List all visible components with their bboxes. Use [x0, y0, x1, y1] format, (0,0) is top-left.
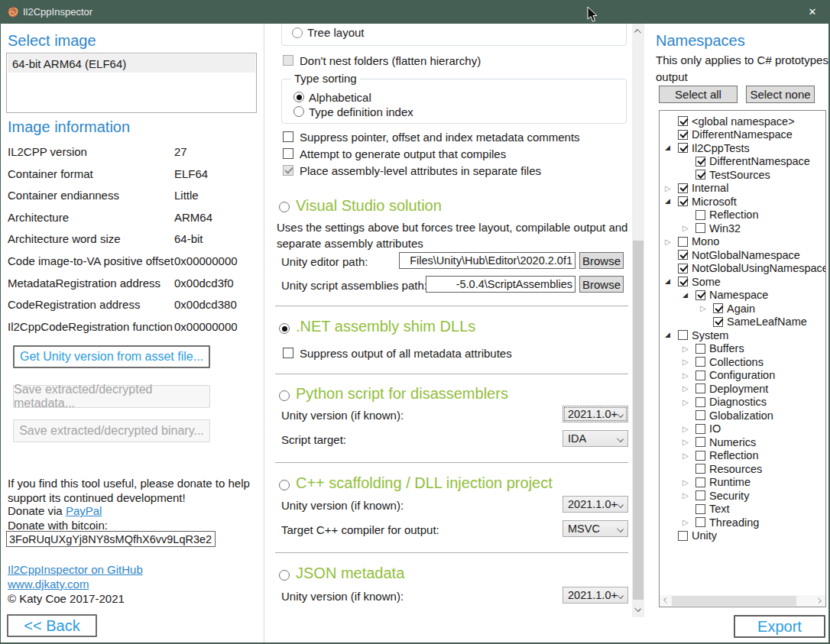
- cpp-unity-version-dropdown[interactable]: 2021.1.0+: [563, 496, 628, 513]
- expand-arrow-icon[interactable]: ▷: [682, 397, 689, 407]
- namespace-checkbox[interactable]: [678, 196, 688, 206]
- python-script-radio[interactable]: [279, 390, 290, 401]
- namespace-label[interactable]: DifferentNamespace: [709, 155, 810, 167]
- namespace-checkbox[interactable]: [678, 277, 688, 286]
- namespace-label[interactable]: Reflection: [709, 449, 758, 461]
- namespace-checkbox[interactable]: [695, 210, 705, 220]
- namespace-label[interactable]: Microsoft: [692, 196, 737, 208]
- namespace-checkbox[interactable]: [695, 477, 705, 487]
- namespace-label[interactable]: Unity: [692, 529, 717, 542]
- close-button[interactable]: ✕: [795, 0, 830, 24]
- select-all-button[interactable]: Select all: [659, 86, 738, 103]
- expand-arrow-icon[interactable]: ▷: [700, 303, 706, 313]
- namespace-label[interactable]: System: [692, 329, 728, 341]
- alphabetical-radio[interactable]: [293, 92, 304, 102]
- namespace-label[interactable]: Runtime: [709, 476, 751, 488]
- namespace-label[interactable]: Mono: [692, 235, 719, 248]
- script-target-dropdown[interactable]: IDA: [563, 430, 628, 447]
- namespace-label[interactable]: Again: [727, 303, 755, 315]
- expand-arrow-icon[interactable]: ▷: [682, 437, 689, 447]
- suppress-metadata-comments-checkbox[interactable]: [283, 131, 293, 142]
- expand-arrow-icon[interactable]: ▷: [682, 371, 689, 380]
- namespace-checkbox[interactable]: [678, 330, 688, 340]
- namespace-checkbox[interactable]: [695, 170, 705, 180]
- namespace-checkbox[interactable]: [678, 143, 688, 153]
- website-link[interactable]: www.djkaty.com: [8, 578, 89, 591]
- namespace-label[interactable]: Collections: [709, 356, 764, 368]
- namespace-checkbox[interactable]: [695, 464, 705, 474]
- namespace-checkbox[interactable]: [695, 223, 705, 233]
- scroll-right-icon[interactable]: [815, 597, 822, 604]
- namespace-checkbox[interactable]: [678, 130, 688, 140]
- select-none-button[interactable]: Select none: [746, 86, 815, 103]
- namespace-label[interactable]: Deployment: [709, 383, 768, 395]
- namespace-label[interactable]: Il2CppTests: [692, 142, 750, 154]
- namespace-label[interactable]: DifferentNamespace: [692, 128, 793, 141]
- namespace-checkbox[interactable]: [678, 183, 688, 193]
- namespace-label[interactable]: Internal: [692, 182, 728, 194]
- scroll-left-icon[interactable]: [663, 597, 670, 604]
- expand-arrow-icon[interactable]: ▷: [682, 490, 689, 500]
- namespace-checkbox[interactable]: [713, 303, 723, 313]
- expand-arrow-icon[interactable]: ▷: [682, 223, 689, 233]
- expand-arrow-icon[interactable]: ▷: [665, 183, 671, 193]
- namespace-checkbox[interactable]: [695, 371, 705, 380]
- namespace-label[interactable]: Numerics: [709, 436, 756, 448]
- namespace-label[interactable]: Buffers: [709, 342, 744, 354]
- back-button[interactable]: << Back: [7, 614, 97, 637]
- namespace-label[interactable]: <global namespace>: [692, 115, 795, 128]
- namespace-label[interactable]: Resources: [709, 463, 762, 475]
- namespace-label[interactable]: Configuration: [709, 369, 775, 381]
- cpp-scaffolding-radio[interactable]: [279, 480, 290, 490]
- namespace-label[interactable]: SameLeafName: [727, 316, 807, 328]
- namespace-checkbox[interactable]: [695, 504, 705, 514]
- bitcoin-address-input[interactable]: [6, 531, 216, 547]
- json-unity-version-dropdown[interactable]: 2021.1.0+: [563, 587, 628, 604]
- python-unity-version-dropdown[interactable]: 2021.1.0+: [563, 406, 628, 422]
- unity-assemblies-path-input[interactable]: -5.0.4\ScriptAssemblies: [426, 276, 575, 293]
- compilable-output-checkbox[interactable]: [283, 148, 293, 159]
- namespace-label[interactable]: NotGlobalUsingNamespace: [692, 262, 826, 274]
- namespace-checkbox[interactable]: [695, 424, 705, 434]
- expand-arrow-icon[interactable]: ▷: [682, 517, 689, 527]
- expand-arrow-icon[interactable]: ▷: [665, 237, 671, 247]
- namespace-checkbox[interactable]: [695, 157, 705, 167]
- tree-scrollbar-thumb[interactable]: [672, 596, 796, 606]
- namespace-checkbox[interactable]: [713, 317, 723, 327]
- middle-scrollbar[interactable]: [632, 24, 644, 617]
- namespace-label[interactable]: Text: [709, 503, 730, 515]
- namespace-label[interactable]: IO: [709, 422, 721, 435]
- namespace-checkbox[interactable]: [678, 531, 688, 541]
- scroll-down-icon[interactable]: [634, 605, 641, 612]
- shim-dlls-radio[interactable]: [279, 323, 290, 334]
- namespace-checkbox[interactable]: [695, 410, 705, 420]
- namespace-checkbox[interactable]: [695, 517, 705, 527]
- collapse-arrow-icon[interactable]: ◢: [665, 143, 670, 153]
- expand-arrow-icon[interactable]: ▷: [682, 477, 689, 487]
- vs-solution-radio[interactable]: [279, 202, 290, 212]
- suppress-metadata-attributes-checkbox[interactable]: [283, 348, 293, 358]
- namespace-label[interactable]: NotGlobalNamespace: [692, 249, 800, 261]
- namespace-label[interactable]: Globalization: [709, 409, 773, 422]
- type-def-index-radio[interactable]: [293, 106, 304, 117]
- scroll-up-icon[interactable]: [634, 29, 641, 36]
- namespace-label[interactable]: Reflection: [709, 209, 758, 221]
- namespace-checkbox[interactable]: [695, 344, 705, 354]
- namespace-label[interactable]: Namespace: [709, 289, 768, 301]
- namespace-label[interactable]: TestSources: [709, 169, 770, 181]
- namespace-checkbox[interactable]: [678, 250, 688, 260]
- expand-arrow-icon[interactable]: ▷: [682, 383, 689, 393]
- namespace-checkbox[interactable]: [695, 290, 705, 300]
- expand-arrow-icon[interactable]: ▷: [682, 344, 689, 354]
- paypal-link[interactable]: PayPal: [66, 504, 102, 517]
- expand-arrow-icon[interactable]: ▷: [682, 424, 689, 434]
- export-button[interactable]: Export: [734, 615, 825, 638]
- image-listbox[interactable]: 64-bit ARM64 (ELF64): [6, 53, 257, 113]
- get-unity-version-button[interactable]: Get Unity version from asset file...: [13, 345, 210, 368]
- namespace-label[interactable]: Threading: [709, 516, 759, 529]
- collapse-arrow-icon[interactable]: ◢: [665, 330, 670, 340]
- namespace-checkbox[interactable]: [695, 357, 705, 367]
- namespace-checkbox[interactable]: [695, 451, 705, 461]
- namespace-checkbox[interactable]: [678, 237, 688, 247]
- tree-horizontal-scrollbar[interactable]: [660, 595, 825, 607]
